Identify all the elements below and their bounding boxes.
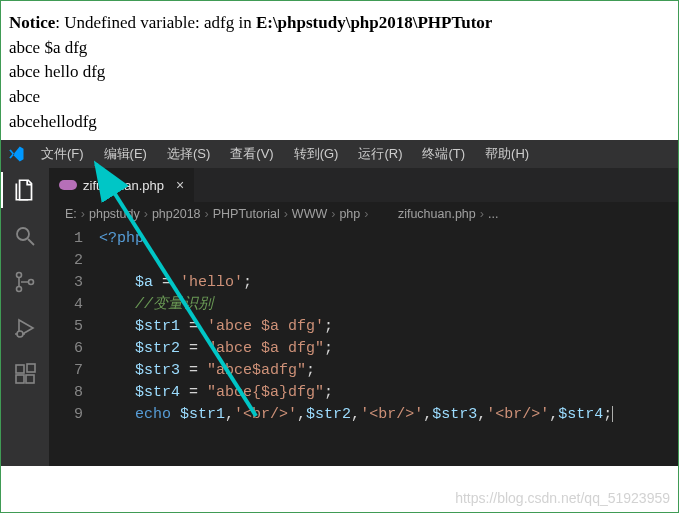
tab-bar: zifuchuan.php × (49, 168, 678, 202)
line-number-gutter: 1 2 3 4 5 6 7 8 9 (49, 228, 99, 426)
notice-path: E:\phpstudy\php2018\PHPTutor (256, 13, 493, 32)
crumb-php[interactable]: php (339, 207, 360, 221)
code-line-2 (99, 250, 678, 272)
php-file-icon (59, 180, 77, 190)
menu-goto[interactable]: 转到(G) (286, 140, 347, 168)
crumb-file[interactable]: zifuchuan.php (372, 207, 475, 221)
chevron-right-icon: › (480, 207, 484, 221)
line-number: 1 (49, 228, 83, 250)
extensions-icon[interactable] (11, 360, 39, 388)
menu-edit[interactable]: 编辑(E) (96, 140, 155, 168)
notice-label: Notice (9, 13, 55, 32)
code-line-9: echo $str1,'<br/>',$str2,'<br/>',$str3,'… (99, 404, 678, 426)
svg-rect-9 (16, 375, 24, 383)
close-icon[interactable]: × (176, 177, 184, 193)
menu-terminal[interactable]: 终端(T) (414, 140, 473, 168)
line-number: 9 (49, 404, 83, 426)
vscode-logo-icon (7, 145, 25, 163)
menu-view[interactable]: 查看(V) (222, 140, 281, 168)
code-line-3: $a = 'hello'; (99, 272, 678, 294)
watermark-text: https://blog.csdn.net/qq_51923959 (455, 490, 670, 506)
menu-bar: 文件(F) 编辑(E) 选择(S) 查看(V) 转到(G) 运行(R) 终端(T… (1, 140, 678, 168)
chevron-right-icon: › (144, 207, 148, 221)
svg-point-2 (17, 273, 22, 278)
code-editor[interactable]: 1 2 3 4 5 6 7 8 9 <?php $a = 'hello'; //… (49, 226, 678, 426)
chevron-right-icon: › (331, 207, 335, 221)
activity-bar (1, 168, 49, 466)
php-file-icon (372, 210, 386, 218)
chevron-right-icon: › (364, 207, 368, 221)
menu-file[interactable]: 文件(F) (33, 140, 92, 168)
crumb-www[interactable]: WWW (292, 207, 327, 221)
main-area: zifuchuan.php × E: › phpstudy › php2018 … (1, 168, 678, 466)
crumb-drive[interactable]: E: (65, 207, 77, 221)
line-number: 7 (49, 360, 83, 382)
svg-point-3 (17, 287, 22, 292)
svg-point-0 (17, 228, 29, 240)
svg-rect-10 (26, 375, 34, 383)
line-number: 2 (49, 250, 83, 272)
output-line-4: abcehellodfg (9, 110, 670, 135)
code-line-8: $str4 = "abce{$a}dfg"; (99, 382, 678, 404)
line-number: 6 (49, 338, 83, 360)
code-lines[interactable]: <?php $a = 'hello'; //变量识别 $str1 = 'abce… (99, 228, 678, 426)
explorer-icon[interactable] (11, 176, 39, 204)
code-line-6: $str2 = "abce $a dfg"; (99, 338, 678, 360)
svg-point-4 (29, 280, 34, 285)
svg-rect-8 (16, 365, 24, 373)
vscode-window: 文件(F) 编辑(E) 选择(S) 查看(V) 转到(G) 运行(R) 终端(T… (1, 140, 678, 466)
crumb-php2018[interactable]: php2018 (152, 207, 201, 221)
chevron-right-icon: › (81, 207, 85, 221)
tab-filename: zifuchuan.php (83, 178, 164, 193)
line-number: 3 (49, 272, 83, 294)
chevron-right-icon: › (284, 207, 288, 221)
output-line-3: abce (9, 85, 670, 110)
code-line-4: //变量识别 (99, 294, 678, 316)
source-control-icon[interactable] (11, 268, 39, 296)
search-icon[interactable] (11, 222, 39, 250)
menu-select[interactable]: 选择(S) (159, 140, 218, 168)
browser-output: Notice: Undefined variable: adfg in E:\p… (1, 1, 678, 140)
crumb-phptutorial[interactable]: PHPTutorial (213, 207, 280, 221)
menu-run[interactable]: 运行(R) (350, 140, 410, 168)
breadcrumb: E: › phpstudy › php2018 › PHPTutorial › … (49, 202, 678, 226)
svg-rect-11 (27, 364, 35, 372)
output-line-2: abce hello dfg (9, 60, 670, 85)
editor-area: zifuchuan.php × E: › phpstudy › php2018 … (49, 168, 678, 466)
crumb-phpstudy[interactable]: phpstudy (89, 207, 140, 221)
php-notice-line: Notice: Undefined variable: adfg in E:\p… (9, 11, 670, 36)
line-number: 8 (49, 382, 83, 404)
svg-line-1 (28, 239, 34, 245)
code-line-1: <?php (99, 228, 678, 250)
run-debug-icon[interactable] (11, 314, 39, 342)
code-line-7: $str3 = "abce$adfg"; (99, 360, 678, 382)
crumb-more[interactable]: ... (488, 207, 498, 221)
line-number: 5 (49, 316, 83, 338)
text-cursor (612, 406, 613, 422)
svg-point-5 (17, 331, 23, 337)
tab-zifuchuan[interactable]: zifuchuan.php × (49, 168, 195, 202)
menu-help[interactable]: 帮助(H) (477, 140, 537, 168)
notice-text: : Undefined variable: adfg in (55, 13, 256, 32)
code-line-5: $str1 = 'abce $a dfg'; (99, 316, 678, 338)
output-line-1: abce $a dfg (9, 36, 670, 61)
line-number: 4 (49, 294, 83, 316)
chevron-right-icon: › (205, 207, 209, 221)
